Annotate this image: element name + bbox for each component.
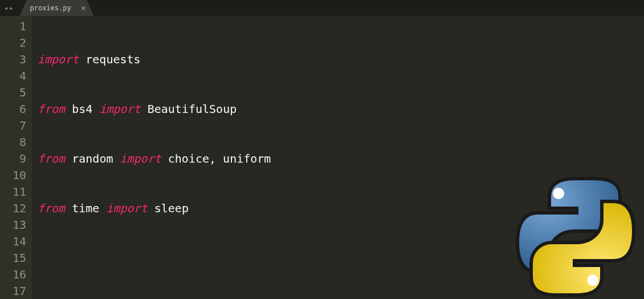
code-line: import requests [38, 51, 644, 68]
line-number: 1 [0, 18, 26, 35]
line-number: 12 [0, 200, 26, 217]
tab-title: proxies.py [30, 4, 71, 12]
code-area[interactable]: import requests from bs4 import Beautifu… [32, 16, 644, 299]
editor: 1 2 3 4 5 6 7 8 9 10 11 12 13 14 15 16 1… [0, 16, 644, 299]
line-number: 6 [0, 101, 26, 118]
nav-right-icon[interactable]: ▸ [9, 4, 14, 12]
code-line: from time import sleep [38, 200, 644, 217]
code-line: from random import choice, uniform [38, 151, 644, 167]
tab-proxies[interactable]: proxies.py × [19, 0, 93, 16]
line-number: 11 [0, 184, 26, 200]
line-number: 4 [0, 68, 26, 84]
line-number: 15 [0, 250, 26, 266]
code-line: from bs4 import BeautifulSoup [38, 101, 644, 118]
line-number: 10 [0, 167, 26, 184]
tab-bar: ◂ ▸ proxies.py × [0, 0, 644, 16]
line-number: 2 [0, 35, 26, 51]
close-icon[interactable]: × [81, 4, 85, 12]
line-number: 8 [0, 134, 26, 151]
line-number: 7 [0, 118, 26, 134]
line-number: 5 [0, 84, 26, 101]
line-number: 9 [0, 151, 26, 167]
line-number: 3 [0, 51, 26, 68]
gutter: 1 2 3 4 5 6 7 8 9 10 11 12 13 14 15 16 1… [0, 16, 32, 299]
line-number: 17 [0, 283, 26, 299]
nav-left-icon[interactable]: ◂ [3, 4, 9, 12]
nav-arrows: ◂ ▸ [0, 0, 17, 16]
line-number: 13 [0, 217, 26, 233]
line-number: 16 [0, 266, 26, 283]
line-number: 14 [0, 233, 26, 250]
code-line [38, 250, 644, 266]
